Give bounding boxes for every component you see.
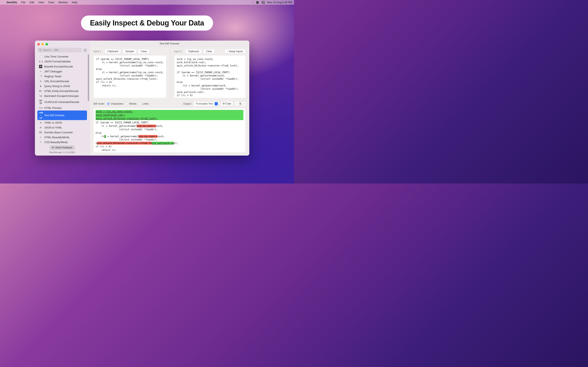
menu-tools[interactable]: Tools: [46, 1, 56, 4]
output-format-value: Formatted Text: [196, 102, 213, 105]
sidebar-item-yaml-to-json[interactable]: ⇄YAML to JSON: [37, 120, 87, 125]
menu-view[interactable]: View: [36, 1, 46, 4]
svg-point-9: [85, 50, 86, 50]
tool-label: Backslash Escape/Unescape: [44, 94, 79, 98]
diff-add-3: ock_put(sock->s: [152, 142, 174, 145]
tool-label: JSON Format/Validate: [44, 60, 71, 63]
tool-label: YAML to JSON: [44, 121, 62, 124]
sidebar-item-html-beautify-minify[interactable]: ✎HTML Beautify/Minify: [37, 135, 87, 140]
input1-sample-button[interactable]: Sample: [122, 49, 136, 54]
sidebar-item-jwt-debugger[interactable]: ✦JWT Debugger: [37, 69, 87, 74]
tool-icon: #;: [39, 90, 42, 92]
tool-icon: +ab -cd: [39, 111, 42, 119]
mail-icon: ✉: [52, 146, 54, 149]
tool-icon: ✦: [39, 70, 42, 73]
main-pane: Text Diff Checker Input 1: Clipboard Sam…: [90, 41, 249, 156]
tool-icon: 01: [39, 131, 42, 134]
menubar-chevron-icon[interactable]: ‹: [252, 1, 253, 4]
feedback-label: Send Feedback: [55, 146, 72, 149]
svg-point-8: [84, 49, 86, 52]
svg-point-5: [264, 3, 264, 3]
tool-icon: ⇄: [39, 121, 42, 124]
tool-icon: ✎: [39, 141, 42, 143]
tool-icon: </>: [39, 107, 42, 109]
sidebar-item-number-base-converter[interactable]: 01Number Base Converter: [37, 130, 87, 135]
sidebar-item-unix-time-converter[interactable]: 🕘Unix Time Converter: [37, 54, 87, 59]
sidebar: Search... (⌘/) 🕘Unix Time Converter{,}JS…: [35, 41, 90, 156]
sidebar-item-text-diff-checker[interactable]: +ab -cdText Diff Checker: [37, 110, 87, 120]
menubar-app-name[interactable]: DevUtils: [4, 1, 19, 4]
tool-label: URL Encode/Decode: [44, 80, 69, 83]
input-pane-2: Input 2: Clipboard Clear ‹ Swap Inputs s…: [170, 47, 249, 100]
input1-clear-button[interactable]: Clear: [138, 49, 150, 54]
tool-label: Unix Time Converter: [44, 55, 68, 58]
hero-title: Easily Inspect & Debug Your Data: [81, 16, 213, 31]
tool-icon: &: [39, 85, 42, 87]
copy-icon: ⧉: [223, 102, 225, 105]
sidebar-item-json-format-validate[interactable]: {,}JSON Format/Validate: [37, 59, 87, 64]
menubar-pentagon-icon[interactable]: </>: [256, 1, 259, 4]
output-format-select[interactable]: Formatted Text ⌄: [194, 101, 219, 106]
menu-file[interactable]: File: [19, 1, 27, 4]
menubar-control-center-icon[interactable]: [261, 1, 265, 4]
tool-label: JSON to YAML: [44, 126, 62, 129]
tool-icon: ⇄: [39, 126, 42, 129]
diff-mode-words[interactable]: Words: [125, 102, 137, 105]
tool-icon: ✎: [39, 136, 42, 139]
menu-window[interactable]: Window: [56, 1, 70, 4]
settings-gear-icon[interactable]: [83, 48, 87, 52]
sidebar-item-css-beautify-minify[interactable]: ✎CSS Beautify/Minify: [37, 140, 87, 144]
search-icon: [39, 49, 42, 51]
input1-textarea[interactable]: if (param == ISCSI_PARAM_LOCAL_PORT) rc …: [93, 55, 166, 98]
diff-mode-label: Diff mode:: [93, 102, 105, 105]
diff-prev-button[interactable]: ‹: [235, 101, 239, 106]
sidebar-scrollbar[interactable]: [88, 54, 89, 101]
svg-text:</>: </>: [256, 2, 259, 3]
svg-point-6: [39, 49, 41, 51]
sidebar-item-base64-encode-decode[interactable]: 64Base64 Encode/Decode: [37, 64, 87, 69]
swap-inputs-button[interactable]: ‹ Swap Inputs: [225, 49, 246, 54]
macos-menubar: DevUtils File Edit View Tools Window Hel…: [0, 0, 294, 5]
input2-textarea[interactable]: sock = tcp_sw_conn->sock; sock_hold(sock…: [174, 55, 246, 98]
diff-output[interactable]: sock = tcp_sw_conn->sock; sock_hold(sock…: [93, 108, 246, 153]
window-minimize-button[interactable]: [42, 43, 44, 45]
tool-label: UUID/ULID Generate/Decode: [44, 100, 79, 104]
sidebar-item-html-entity-encode-decode[interactable]: #;HTML Entity Encode/Decode: [37, 89, 87, 93]
menu-help[interactable]: Help: [70, 1, 79, 4]
sidebar-item-uuid-ulid-generate-decode[interactable]: UU IDUUID/ULID Generate/Decode: [37, 99, 87, 105]
sidebar-item-url-encode-decode[interactable]: %URL Encode/Decode: [37, 79, 87, 83]
diff-count: 6: [240, 102, 241, 105]
window-maximize-button[interactable]: [45, 43, 48, 45]
tool-label: Base64 Encode/Decode: [44, 65, 73, 68]
sidebar-item-json-to-yaml[interactable]: ⇄JSON to YAML: [37, 125, 87, 130]
diff-mode-characters[interactable]: Characters: [107, 102, 123, 105]
send-feedback-button[interactable]: ✉ Send Feedback: [49, 145, 75, 150]
tool-label: Query String to JSON: [44, 85, 70, 88]
svg-line-7: [41, 50, 42, 51]
input2-clear-button[interactable]: Clear: [203, 49, 215, 54]
input2-clipboard-button[interactable]: Clipboard: [185, 49, 202, 54]
sidebar-item-html-preview[interactable]: </>HTML Preview: [37, 106, 87, 110]
window-close-button[interactable]: [37, 43, 40, 45]
sidebar-item-backslash-escape-unescape[interactable]: \nBackslash Escape/Unescape: [37, 94, 87, 98]
menu-edit[interactable]: Edit: [27, 1, 36, 4]
tool-label: CSS Beautify/Minify: [44, 141, 68, 144]
search-placeholder: Search... (⌘/): [43, 49, 59, 52]
sidebar-item-query-string-to-json[interactable]: &Query String to JSON: [37, 84, 87, 89]
input1-clipboard-button[interactable]: Clipboard: [105, 49, 121, 54]
diff-next-button[interactable]: ›: [242, 101, 246, 106]
search-input[interactable]: Search... (⌘/): [37, 48, 82, 52]
tool-icon: 64: [39, 65, 42, 68]
input2-label: Input 2:: [174, 50, 182, 53]
copy-button[interactable]: ⧉ Copy: [221, 101, 233, 106]
tool-icon: %: [39, 80, 42, 83]
menubar-datetime[interactable]: Mon 23 Aug 5:26 PM: [267, 1, 292, 4]
sidebar-item-regexp-tester[interactable]: .*RegExp Tester: [37, 74, 87, 79]
tool-list[interactable]: 🕘Unix Time Converter{,}JSON Format/Valid…: [35, 53, 89, 144]
tool-label: Number Base Converter: [44, 131, 73, 134]
tool-label: Text Diff Checker: [44, 114, 65, 117]
diff-del-1: tcp_sw_conn->: [137, 125, 156, 127]
diff-mode-lines[interactable]: Lines: [139, 102, 149, 105]
diff-add-2: 2: [104, 135, 106, 138]
tool-icon: .*: [39, 75, 42, 78]
